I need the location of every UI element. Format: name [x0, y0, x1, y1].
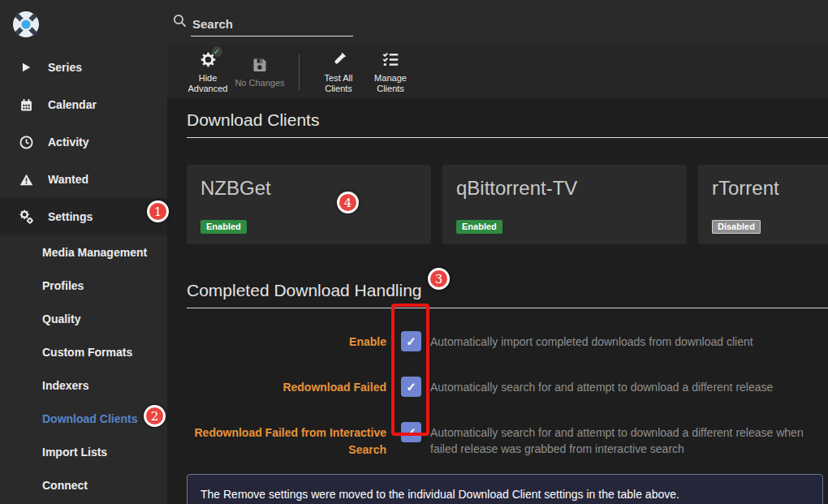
status-badge: Enabled [201, 220, 247, 234]
sidebar-item-label: Series [48, 61, 82, 74]
sidebar-subitem-import-lists[interactable]: Import Lists [0, 435, 167, 468]
search-icon [172, 13, 188, 32]
annotation-number: 3 [435, 272, 443, 286]
remove-settings-notice: The Remove settings were moved to the in… [187, 474, 823, 504]
search-input[interactable] [191, 15, 353, 37]
enable-help-text: Automatically import completed downloads… [430, 331, 823, 350]
sidebar-subitem-label: Import Lists [42, 446, 107, 459]
sidebar-subitem-label: Media Management [42, 246, 147, 259]
sidebar-item-wanted[interactable]: Wanted [0, 161, 167, 198]
sidebar-subitem-label: Indexers [42, 379, 89, 392]
toolbar-button-label: Test All Clients [313, 73, 364, 94]
client-name: qBittorrent-TV [456, 177, 673, 200]
manage-clients-button[interactable]: Manage Clients [364, 50, 416, 94]
completed-download-handling-heading: Completed Download Handling [187, 269, 828, 308]
toolbar-button-label: Hide Advanced [182, 73, 234, 94]
enable-label: Enable [187, 331, 386, 351]
download-client-cards: NZBGet Enabled qBittorrent-TV Enabled rT… [187, 165, 828, 244]
sonarr-logo-icon [11, 10, 41, 39]
sidebar-subitem-connect[interactable]: Connect [0, 468, 167, 502]
client-card-qbittorrent-tv[interactable]: qBittorrent-TV Enabled [442, 165, 687, 244]
advanced-check-icon: ✓ [212, 46, 222, 57]
redownload-failed-label: Redownload Failed [187, 377, 386, 396]
sidebar-item-label: Wanted [48, 173, 88, 186]
annotation-circle-3: 3 [428, 268, 450, 290]
toolbar-button-label: No Changes [235, 78, 284, 88]
form-row-redownload-failed: Redownload Failed Automatically search f… [187, 377, 828, 397]
annotation-number: 2 [151, 409, 159, 424]
calendar-icon [18, 98, 34, 112]
warning-icon [18, 173, 34, 187]
status-badge: Disabled [712, 220, 761, 234]
annotation-number: 1 [154, 205, 162, 219]
status-badge: Enabled [456, 220, 502, 234]
save-changes-button[interactable]: No Changes [234, 55, 286, 88]
clock-icon [18, 136, 34, 149]
client-card-rtorrent[interactable]: rTorrent Disabled [698, 165, 828, 244]
sidebar-subitem-label: Quality [42, 312, 80, 325]
sidebar-subitem-profiles[interactable]: Profiles [0, 269, 167, 302]
form-row-redownload-failed-interactive: Redownload Failed from Interactive Searc… [187, 422, 828, 459]
sidebar-subitem-media-management[interactable]: Media Management [0, 235, 167, 269]
sidebar-item-series[interactable]: Series [0, 49, 167, 86]
gears-icon [18, 209, 34, 225]
sidebar-item-activity[interactable]: Activity [0, 123, 167, 161]
annotation-rectangle-checkboxes [391, 304, 429, 436]
sidebar-subitem-quality[interactable]: Quality [0, 302, 167, 335]
play-icon [18, 62, 34, 73]
redownload-failed-help-text: Automatically search for and attempt to … [430, 377, 823, 395]
sidebar-item-label: Settings [48, 210, 93, 223]
annotation-circle-4: 4 [337, 192, 359, 213]
sidebar-item-calendar[interactable]: Calendar [0, 86, 167, 123]
advanced-gear-icon: ✓ [200, 50, 217, 70]
redownload-failed-interactive-label: Redownload Failed from Interactive Searc… [187, 422, 386, 459]
form-row-enable: Enable Automatically import completed do… [187, 331, 828, 351]
top-header [167, 0, 828, 45]
vial-icon [330, 50, 347, 70]
annotation-number: 4 [344, 196, 352, 210]
sidebar-subitem-custom-formats[interactable]: Custom Formats [0, 335, 167, 368]
sidebar-subitem-label: Profiles [42, 279, 84, 292]
redownload-failed-interactive-help-text: Automatically search for and attempt to … [430, 422, 823, 457]
annotation-circle-2: 2 [144, 405, 166, 427]
save-icon [252, 55, 268, 75]
sidebar: Series Calendar [0, 0, 167, 504]
sidebar-nav: Series Calendar [0, 49, 167, 502]
hide-advanced-button[interactable]: ✓ Hide Advanced [182, 50, 234, 94]
settings-content: Download Clients NZBGet Enabled qBittorr… [167, 99, 828, 504]
sidebar-item-label: Calendar [48, 98, 97, 111]
page-toolbar: ✓ Hide Advanced No Changes Test All Clie… [167, 45, 828, 99]
annotation-circle-1: 1 [147, 200, 169, 222]
sidebar-subitem-download-clients[interactable]: Download Clients [0, 402, 167, 435]
client-name: rTorrent [712, 177, 828, 200]
client-name: NZBGet [201, 177, 417, 200]
sidebar-item-label: Activity [48, 136, 89, 149]
sidebar-subitem-label: Download Clients [42, 412, 137, 425]
sidebar-subitem-indexers[interactable]: Indexers [0, 368, 167, 402]
toolbar-button-label: Manage Clients [364, 73, 416, 94]
sidebar-subitem-label: Connect [42, 479, 88, 492]
download-clients-heading: Download Clients [187, 99, 828, 138]
list-check-icon [382, 50, 399, 70]
test-all-clients-button[interactable]: Test All Clients [313, 50, 364, 94]
toolbar-separator [299, 54, 300, 90]
sidebar-subitem-label: Custom Formats [42, 346, 132, 359]
completed-download-handling-form: Enable Automatically import completed do… [187, 331, 828, 459]
client-card-nzbget[interactable]: NZBGet Enabled [187, 165, 431, 244]
sidebar-item-settings[interactable]: Settings [0, 198, 167, 235]
